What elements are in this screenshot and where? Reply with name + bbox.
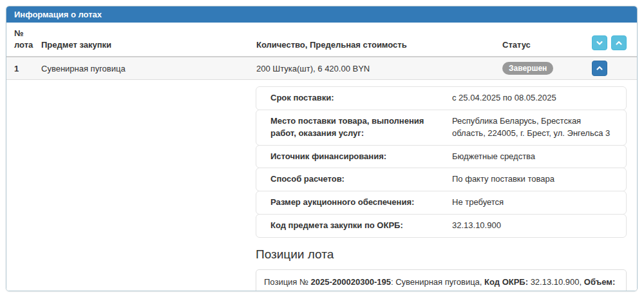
position-sum-label: Сумма: — [325, 291, 355, 291]
detail-label: Срок поставки: — [270, 92, 439, 104]
detail-value: Бюджетные средства — [452, 151, 616, 163]
detail-row-auction-security: Размер аукционного обеспечения: Не требу… — [256, 191, 627, 215]
detail-row-delivery-term: Срок поставки: с 25.04.2025 по 08.05.202… — [256, 86, 627, 110]
detail-row-okrb-code: Код предмета закупки по ОКРБ: 32.13.10.9… — [256, 214, 627, 238]
chevron-down-icon — [596, 39, 603, 47]
lot-table-row: 1 Сувенирная пуговица 200 Штука(шт), 6 4… — [6, 57, 637, 80]
lot-status-cell: Завершен — [502, 62, 592, 75]
detail-value: Не требуется — [452, 197, 616, 209]
position-volume-value: 200 Штука(шт), — [264, 291, 325, 291]
lot-detail-table: Срок поставки: с 25.04.2025 по 08.05.202… — [256, 86, 627, 238]
detail-value: По факту поставки товара — [452, 173, 616, 186]
lot-subject: Сувенирная пуговица — [41, 64, 256, 73]
detail-value: Республика Беларусь, Брестская область, … — [452, 115, 616, 140]
detail-label: Место поставки товара, выполнения работ,… — [270, 115, 439, 140]
lot-toggle-cell — [592, 61, 629, 76]
position-okrb-value: 32.13.10.900, — [528, 277, 584, 287]
column-header-qty-cost: Количество, Предельная стоимость — [256, 39, 502, 51]
position-number: 2025-200020300-195 — [311, 277, 391, 287]
position-okrb-label: Код ОКРБ: — [484, 277, 528, 287]
lot-number: 1 — [14, 64, 41, 73]
position-item: Позиция № 2025-200020300-195: Сувенирная… — [256, 269, 627, 291]
positions-heading: Позиции лота — [256, 247, 627, 262]
detail-label: Код предмета закупки по ОКРБ: — [270, 220, 439, 232]
detail-value: с 25.04.2025 по 08.05.2025 — [452, 92, 616, 104]
detail-row-payment-method: Способ расчетов: По факту поставки товар… — [256, 168, 627, 191]
position-volume-label: Объем: — [584, 277, 615, 287]
lot-qty-cost: 200 Штука(шт), 6 420.00 BYN — [256, 64, 502, 73]
chevron-up-icon — [596, 64, 603, 72]
position-sum-value: 6 420.00 BYN — [355, 291, 410, 291]
column-header-lot-number: № лота — [14, 28, 41, 50]
column-header-status: Статус — [502, 39, 592, 51]
chevron-up-icon — [615, 39, 623, 47]
detail-row-financing-source: Источник финансирования: Бюджетные средс… — [256, 145, 627, 169]
detail-row-delivery-place: Место поставки товара, выполнения работ,… — [256, 110, 627, 146]
collapse-lot-button[interactable] — [592, 61, 607, 76]
header-toggle-buttons — [592, 35, 632, 50]
collapse-all-button[interactable] — [611, 35, 627, 50]
lot-detail-section: Срок поставки: с 25.04.2025 по 08.05.202… — [6, 80, 637, 291]
detail-value: 32.13.10.900 — [452, 220, 616, 232]
detail-label: Способ расчетов: — [270, 173, 439, 186]
panel-title: Информация о лотах — [6, 6, 637, 23]
detail-label: Размер аукционного обеспечения: — [270, 197, 439, 209]
lots-info-panel: Информация о лотах № лота Предмет закупк… — [6, 6, 638, 291]
expand-all-button[interactable] — [592, 35, 607, 50]
status-badge: Завершен — [502, 62, 553, 75]
column-header-subject: Предмет закупки — [41, 39, 256, 51]
table-header-row: № лота Предмет закупки Количество, Преде… — [6, 23, 637, 57]
position-subject: : Сувенирная пуговица, — [391, 277, 484, 287]
detail-label: Источник финансирования: — [270, 151, 439, 163]
position-prefix: Позиция № — [264, 277, 311, 287]
